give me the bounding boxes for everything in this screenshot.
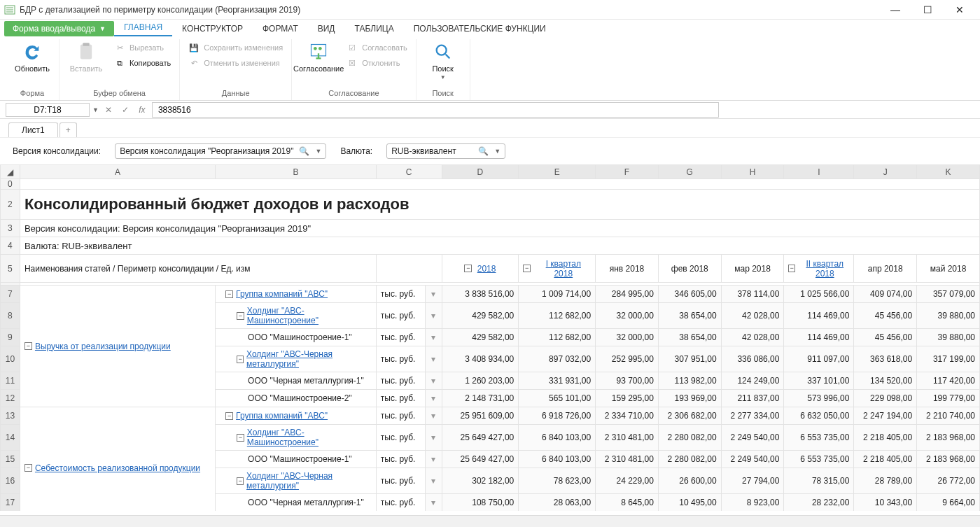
collapse-icon[interactable] [788, 265, 795, 272]
value-cell[interactable]: 2 277 334,00 [721, 407, 784, 425]
value-cell[interactable]: 134 520,00 [854, 372, 917, 390]
collapse-icon[interactable] [523, 265, 531, 272]
formula-cancel-button[interactable]: ✕ [102, 105, 115, 115]
collapse-icon[interactable] [225, 412, 233, 420]
filter-icon[interactable]: ▾ [431, 354, 435, 364]
row-header[interactable]: 17 [1, 494, 20, 512]
formula-accept-button[interactable]: ✓ [118, 105, 132, 115]
value-cell[interactable]: 3 408 934,00 [442, 346, 519, 372]
period-q1[interactable]: I квартал 2018 [536, 259, 591, 279]
value-cell[interactable]: 6 840 103,00 [519, 451, 596, 468]
filter-icon[interactable]: ▾ [431, 332, 435, 342]
spreadsheet-grid[interactable]: ◢ A B C D E F G H I J K 0 2 Консолидиров… [0, 164, 980, 511]
value-cell[interactable]: 32 000,00 [596, 303, 659, 329]
value-cell[interactable]: 39 880,00 [917, 329, 980, 346]
value-cell[interactable]: 93 700,00 [596, 372, 659, 390]
value-cell[interactable]: 336 086,00 [721, 346, 784, 372]
filter-icon[interactable]: ▾ [431, 393, 435, 403]
value-cell[interactable]: 78 315,00 [784, 468, 854, 494]
collapse-icon[interactable] [24, 464, 32, 472]
value-cell[interactable]: 1 025 566,00 [784, 286, 854, 303]
filter-icon[interactable]: ▾ [431, 433, 435, 442]
version-combo[interactable]: Версия консолидация "Реорганизация 2019"… [115, 143, 326, 159]
value-cell[interactable]: 1 260 203,00 [442, 372, 519, 390]
value-cell[interactable]: 378 114,00 [721, 286, 784, 303]
value-cell[interactable]: 25 649 427,00 [442, 451, 519, 468]
group-cost[interactable]: Себестоимость реализованной продукции [35, 463, 200, 473]
value-cell[interactable]: 112 682,00 [519, 303, 596, 329]
value-cell[interactable]: 897 032,00 [519, 346, 596, 372]
row-header[interactable]: 0 [1, 179, 20, 190]
value-cell[interactable]: 573 996,00 [784, 390, 854, 407]
entity-name[interactable]: Группа компаний "АВС" [236, 289, 328, 299]
row-header[interactable]: 9 [1, 329, 20, 346]
value-cell[interactable]: 28 063,00 [519, 494, 596, 512]
filter-icon[interactable]: ▾ [431, 476, 435, 486]
row-header[interactable]: 3 [1, 220, 20, 237]
formula-input[interactable] [152, 102, 719, 118]
value-cell[interactable]: 363 618,00 [854, 346, 917, 372]
value-cell[interactable]: 124 249,00 [721, 372, 784, 390]
value-cell[interactable]: 6 553 735,00 [784, 425, 854, 451]
value-cell[interactable]: 32 000,00 [596, 329, 659, 346]
tab-format[interactable]: ФОРМАТ [253, 21, 308, 36]
value-cell[interactable]: 252 995,00 [596, 346, 659, 372]
value-cell[interactable]: 2 210 740,00 [917, 407, 980, 425]
value-cell[interactable]: 2 249 540,00 [721, 425, 784, 451]
row-header[interactable]: 7 [1, 286, 20, 303]
value-cell[interactable]: 199 779,00 [917, 390, 980, 407]
sheet-tab-add[interactable]: + [59, 122, 77, 137]
value-cell[interactable]: 45 456,00 [854, 329, 917, 346]
collapse-icon[interactable] [24, 342, 32, 350]
entity-name[interactable]: Холдинг "АВС-Черная металлургия" [246, 471, 372, 491]
entity-name[interactable]: Холдинг "АВС-Машиностроение" [247, 428, 372, 447]
collapse-icon[interactable] [464, 265, 472, 272]
tab-view[interactable]: ВИД [308, 21, 345, 36]
close-button[interactable]: ✕ [944, 0, 976, 20]
value-cell[interactable]: 565 101,00 [519, 390, 596, 407]
tab-home[interactable]: ГЛАВНАЯ [114, 20, 172, 36]
value-cell[interactable]: 346 605,00 [658, 286, 721, 303]
collapse-icon[interactable] [237, 356, 244, 363]
value-cell[interactable]: 2 306 682,00 [658, 407, 721, 425]
currency-combo[interactable]: RUB-эквивалент 🔍 ▼ [386, 143, 505, 159]
value-cell[interactable]: 193 969,00 [658, 390, 721, 407]
save-changes-button[interactable]: 💾 Сохранить изменения [186, 41, 286, 55]
search-button[interactable]: Поиск ▼ [422, 39, 464, 80]
value-cell[interactable]: 10 495,00 [658, 494, 721, 512]
formula-fx-button[interactable]: fx [135, 105, 149, 115]
collapse-icon[interactable] [237, 477, 244, 485]
filter-icon[interactable]: ▾ [431, 498, 435, 507]
entity-name[interactable]: Холдинг "АВС-Машиностроение" [247, 306, 372, 325]
value-cell[interactable]: 429 582,00 [442, 329, 519, 346]
refresh-button[interactable]: Обновить [11, 39, 53, 73]
cut-button[interactable]: ✂ Вырезать [111, 41, 174, 55]
col-header[interactable]: A [20, 165, 215, 179]
value-cell[interactable]: 307 951,00 [658, 346, 721, 372]
row-header[interactable]: 11 [1, 372, 20, 390]
filter-icon[interactable]: ▾ [431, 376, 435, 386]
value-cell[interactable]: 25 951 609,00 [442, 407, 519, 425]
value-cell[interactable]: 1 009 714,00 [519, 286, 596, 303]
col-header[interactable]: K [917, 165, 980, 179]
corner-cell[interactable]: ◢ [1, 165, 20, 179]
value-cell[interactable]: 229 098,00 [854, 390, 917, 407]
value-cell[interactable]: 2 249 540,00 [721, 451, 784, 468]
horizontal-scrollbar[interactable] [0, 515, 980, 527]
value-cell[interactable]: 39 880,00 [917, 303, 980, 329]
value-cell[interactable]: 2 247 194,00 [854, 407, 917, 425]
grid-wrap[interactable]: ◢ A B C D E F G H I J K 0 2 Консолидиров… [0, 164, 980, 511]
tab-table[interactable]: ТАБЛИЦА [344, 21, 403, 36]
value-cell[interactable]: 113 982,00 [658, 372, 721, 390]
col-header[interactable]: C [376, 165, 442, 179]
value-cell[interactable]: 38 654,00 [658, 303, 721, 329]
value-cell[interactable]: 42 028,00 [721, 329, 784, 346]
value-cell[interactable]: 112 682,00 [519, 329, 596, 346]
period-q2[interactable]: II квартал 2018 [800, 259, 849, 279]
row-header[interactable]: 12 [1, 390, 20, 407]
value-cell[interactable]: 337 101,00 [784, 372, 854, 390]
reject-button[interactable]: ☒ Отклонить [344, 56, 410, 70]
value-cell[interactable]: 6 553 735,00 [784, 451, 854, 468]
value-cell[interactable]: 409 074,00 [854, 286, 917, 303]
value-cell[interactable]: 2 280 082,00 [658, 425, 721, 451]
